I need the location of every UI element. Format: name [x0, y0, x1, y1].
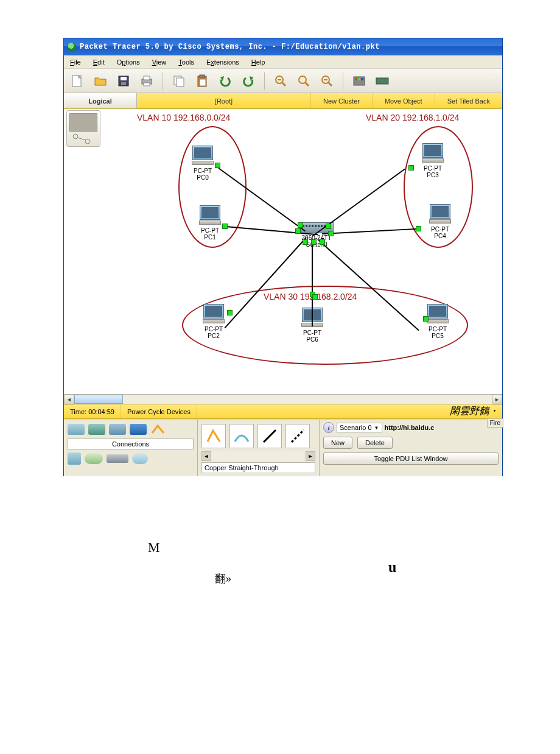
conn-scroll-left-icon[interactable]: ◄: [201, 451, 211, 461]
workspace-hscroll[interactable]: ◄ ►: [64, 394, 502, 404]
scroll-track[interactable]: [74, 395, 492, 404]
fire-tab[interactable]: Fire: [487, 418, 503, 428]
crossover-connection-icon[interactable]: [285, 424, 310, 448]
pc-icon: [428, 204, 452, 225]
device-type: PC-PT: [294, 329, 331, 336]
connection-scroll[interactable]: ◄ ►: [201, 451, 315, 461]
conn-scroll-right-icon[interactable]: ►: [306, 451, 315, 461]
open-file-icon[interactable]: [92, 72, 109, 90]
delete-scenario-button[interactable]: Delete: [357, 437, 393, 449]
device-pc3[interactable]: PC-PT PC3: [415, 143, 451, 178]
pc-icon: [201, 304, 226, 325]
scenario-select[interactable]: Scenario 0 ▼: [337, 423, 382, 432]
menu-tools[interactable]: Tools: [176, 57, 197, 67]
menu-file[interactable]: File: [68, 57, 83, 67]
switch-port-dot: [326, 224, 331, 229]
secondary-bar: Logical [Root] New Cluster Move Object S…: [64, 93, 502, 109]
connection-types-panel: ◄ ► Copper Straight-Through: [198, 420, 320, 476]
save-icon[interactable]: [115, 72, 132, 90]
svg-rect-4: [121, 82, 126, 85]
new-cluster-button[interactable]: New Cluster: [311, 93, 373, 108]
paste-icon[interactable]: [194, 72, 211, 90]
router-category-icon[interactable]: [68, 424, 85, 435]
info-icon[interactable]: i: [323, 422, 334, 433]
palette-icon[interactable]: [351, 72, 368, 90]
print-icon[interactable]: [138, 72, 155, 90]
svg-rect-12: [200, 79, 206, 86]
switch-category-icon[interactable]: [88, 424, 105, 435]
pc-port-dot: [423, 316, 429, 322]
custom-device-icon[interactable]: [374, 72, 391, 90]
new-file-icon[interactable]: [69, 72, 86, 90]
zoom-reset-icon[interactable]: [295, 72, 312, 90]
link-pc6-switch: [312, 240, 313, 326]
pc-port-dot: [222, 224, 228, 229]
device-type: PC-PT: [415, 165, 451, 172]
extra-u: u: [388, 559, 396, 576]
straight-connection-icon[interactable]: [257, 424, 282, 448]
svg-line-16: [282, 83, 285, 86]
url-hint: http://hi.baidu.c: [385, 424, 435, 431]
end-device-icon[interactable]: [68, 453, 81, 465]
set-tiled-button[interactable]: Set Tiled Back: [435, 93, 502, 108]
scroll-left-icon[interactable]: ◄: [64, 395, 74, 404]
wan-emulation-icon[interactable]: [85, 453, 103, 464]
menu-edit[interactable]: Edit: [91, 57, 107, 67]
copy-icon[interactable]: [170, 72, 187, 90]
pc-port-dot: [215, 163, 220, 168]
root-breadcrumb[interactable]: [Root]: [137, 93, 311, 108]
zoom-out-icon[interactable]: [318, 72, 335, 90]
navigator-topology-icon: [69, 133, 96, 145]
switch-port-dot: [311, 239, 317, 245]
status-bar: Time: 00:04:59 Power Cycle Devices 閑雲野鶴・: [64, 404, 502, 419]
logical-tab[interactable]: Logical: [64, 93, 137, 108]
connections-category-icon[interactable]: [150, 424, 167, 435]
extra-fan: 翻»: [215, 571, 231, 586]
device-pc2[interactable]: PC-PT PC2: [195, 304, 232, 339]
navigator-thumb[interactable]: [66, 110, 100, 147]
menu-view[interactable]: View: [150, 57, 169, 67]
navigator-mini-icon: [69, 113, 97, 132]
wireless-category-icon[interactable]: [130, 424, 147, 435]
auto-connection-icon[interactable]: [201, 424, 226, 448]
conn-scroll-track[interactable]: [211, 451, 306, 461]
menu-help[interactable]: Help: [249, 57, 268, 67]
redo-icon[interactable]: [240, 72, 257, 90]
hub-category-icon[interactable]: [109, 424, 126, 435]
scroll-right-icon[interactable]: ►: [492, 395, 502, 404]
pc-port-dot: [416, 226, 421, 231]
vlan10-label: VLAN 10 192.168.0.0/24: [137, 113, 230, 122]
watermark-text: 閑雲野鶴・: [446, 405, 502, 418]
device-name: PC1: [192, 234, 228, 241]
svg-rect-7: [144, 83, 150, 86]
undo-icon[interactable]: [217, 72, 234, 90]
device-name: PC2: [195, 333, 232, 339]
multiuser-icon[interactable]: [132, 453, 148, 464]
svg-point-18: [299, 76, 306, 83]
svg-line-32: [292, 430, 304, 442]
device-type: PC-PT: [184, 167, 221, 174]
device-type: PC-PT: [419, 326, 456, 333]
svg-line-19: [306, 83, 309, 86]
new-scenario-button[interactable]: New: [323, 437, 352, 449]
console-connection-icon[interactable]: [229, 424, 254, 448]
time-cell: Time: 00:04:59: [64, 405, 121, 418]
pc-icon: [425, 304, 450, 325]
switch-port-dot: [303, 239, 308, 245]
custom-device-icon[interactable]: [107, 454, 128, 463]
menu-extensions[interactable]: Extensions: [204, 57, 242, 67]
power-cycle-button[interactable]: Power Cycle Devices: [121, 405, 197, 418]
device-type: PC-PT: [422, 226, 458, 233]
device-pc4[interactable]: PC-PT PC4: [422, 204, 458, 239]
scroll-thumb[interactable]: [74, 395, 123, 404]
titlebar[interactable]: Packet Tracer 5.0 by Cisco Systems, Inc.…: [64, 38, 502, 55]
zoom-in-icon[interactable]: [272, 72, 289, 90]
device-subcategory-row: [68, 451, 194, 466]
svg-rect-24: [355, 78, 357, 80]
move-object-button[interactable]: Move Object: [373, 93, 435, 108]
menu-options[interactable]: Options: [114, 57, 142, 67]
toggle-pdu-button[interactable]: Toggle PDU List Window: [323, 453, 499, 465]
device-pc1[interactable]: PC-PT PC1: [192, 205, 228, 241]
device-pc5[interactable]: PC-PT PC5: [419, 304, 456, 339]
workspace[interactable]: VLAN 10 192.168.0.0/24 VLAN 20 192.168.1…: [64, 109, 502, 394]
